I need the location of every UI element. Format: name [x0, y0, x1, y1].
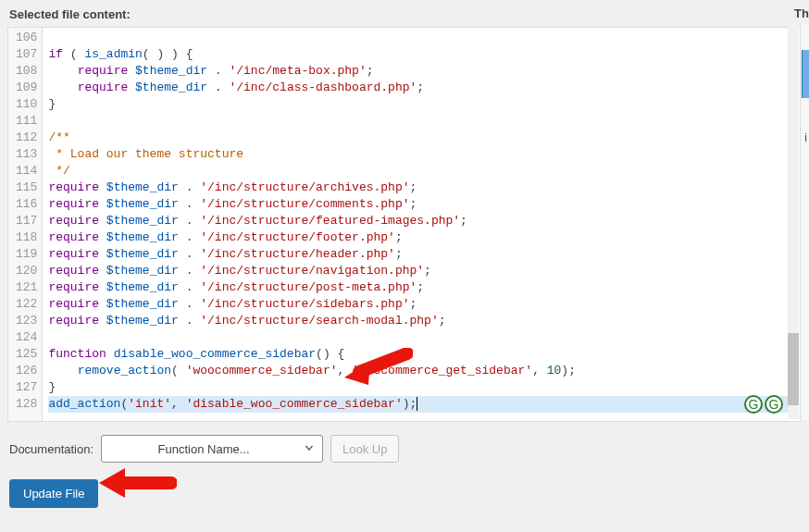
code-line[interactable]: require $theme_dir . '/inc/structure/nav…	[48, 264, 431, 278]
side-letter: i	[804, 131, 807, 144]
editor-scrollbar-thumb[interactable]	[788, 333, 799, 405]
code-line[interactable]: */	[48, 164, 69, 178]
code-line[interactable]: add_action('init', 'disable_woo_commerce…	[48, 396, 795, 413]
code-line[interactable]: require $theme_dir . '/inc/structure/hea…	[48, 247, 402, 261]
code-line[interactable]: require $theme_dir . '/inc/class-dashboa…	[48, 80, 424, 94]
update-file-button[interactable]: Update File	[9, 479, 98, 508]
code-line[interactable]: }	[48, 380, 56, 394]
documentation-label: Documentation:	[9, 442, 93, 456]
annotation-arrow-icon	[97, 466, 177, 498]
code-line[interactable]: /**	[48, 130, 69, 144]
editor-title: Selected file content:	[0, 0, 809, 27]
code-line[interactable]: require $theme_dir . '/inc/meta-box.php'…	[48, 64, 373, 78]
code-line[interactable]	[48, 114, 56, 128]
code-lines[interactable]: if ( is_admin( ) ) { require $theme_dir …	[43, 28, 801, 421]
file-picker-highlight	[802, 50, 809, 98]
lookup-button[interactable]: Look Up	[330, 435, 399, 463]
grammarly-icon: G	[744, 395, 763, 414]
code-line[interactable]: * Load our theme structure	[48, 147, 243, 161]
code-line[interactable]: require $theme_dir . '/inc/structure/sid…	[48, 297, 417, 311]
function-name-select[interactable]: Function Name...	[101, 435, 323, 463]
code-line[interactable]: require $theme_dir . '/inc/structure/com…	[48, 197, 417, 211]
code-line[interactable]: require $theme_dir . '/inc/structure/foo…	[48, 230, 402, 244]
code-line[interactable]: require $theme_dir . '/inc/structure/arc…	[48, 180, 417, 194]
code-area[interactable]: 106 107 108 109 110 111 112 113 114 115 …	[8, 28, 801, 421]
code-line[interactable]: }	[48, 97, 56, 111]
code-line[interactable]: require $theme_dir . '/inc/structure/sea…	[48, 314, 445, 328]
code-line[interactable]	[48, 31, 56, 44]
line-number-gutter: 106 107 108 109 110 111 112 113 114 115 …	[8, 28, 43, 421]
code-line[interactable]: require $theme_dir . '/inc/structure/pos…	[48, 280, 424, 294]
sidebar-title-partial: Th	[794, 6, 809, 20]
code-line[interactable]: if ( is_admin( ) ) {	[48, 47, 193, 61]
code-line[interactable]	[48, 330, 56, 344]
code-line[interactable]: remove_action( 'woocommerce_sidebar', 'w…	[48, 364, 576, 377]
grammarly-icon: G	[765, 395, 783, 414]
code-editor[interactable]: 106 107 108 109 110 111 112 113 114 115 …	[7, 27, 802, 422]
code-line[interactable]: require $theme_dir . '/inc/structure/fea…	[48, 214, 467, 228]
grammarly-icons: G G	[744, 395, 783, 414]
code-line[interactable]: function disable_woo_commerce_sidebar() …	[48, 347, 344, 361]
